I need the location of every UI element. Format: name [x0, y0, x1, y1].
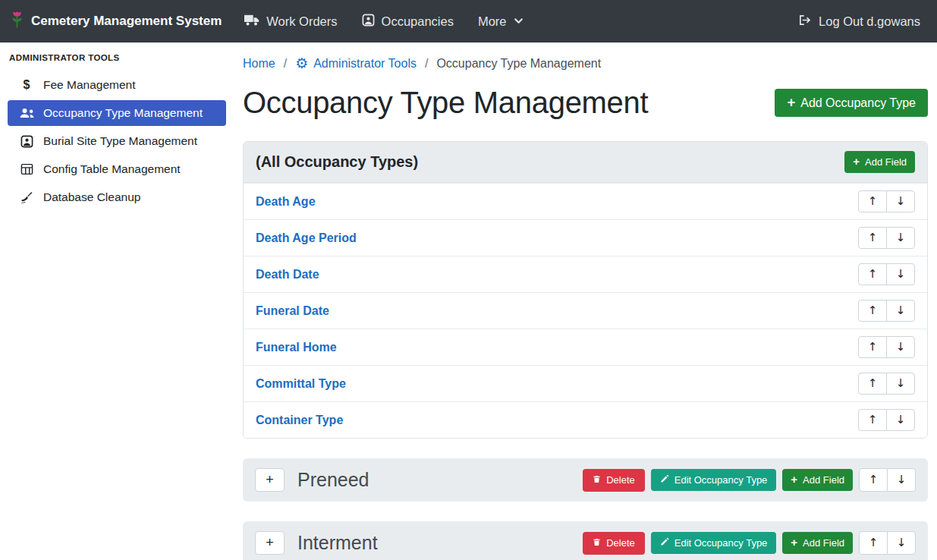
add-field-button[interactable]: + Add Field: [844, 151, 915, 173]
page-header: Occupancy Type Management + Add Occupanc…: [243, 86, 928, 120]
breadcrumb-label: Administrator Tools: [313, 57, 417, 71]
sidebar-item-config-table-management[interactable]: Config Table Management: [8, 156, 226, 182]
person-badge-icon: [362, 14, 375, 30]
pencil-icon: [660, 537, 669, 549]
field-link[interactable]: Death Age Period: [256, 231, 357, 245]
top-navbar: Cemetery Management System Work Orders: [0, 0, 937, 42]
app-root: Cemetery Management System Work Orders: [0, 0, 937, 560]
sidebar-item-fee-management[interactable]: $ Fee Management: [8, 72, 226, 98]
chevron-down-icon: [514, 14, 524, 29]
section-actions: Delete Edit Occupancy Type + A: [583, 531, 916, 555]
page-title: Occupancy Type Management: [243, 86, 648, 120]
person-badge-icon: [18, 135, 35, 148]
reorder-buttons: ↑ ↓: [858, 373, 915, 395]
breadcrumb-separator: /: [284, 57, 287, 71]
field-link[interactable]: Death Age: [256, 195, 316, 209]
card-header: (All Occupancy Types) + Add Field: [244, 142, 927, 183]
edit-occupancy-type-button[interactable]: Edit Occupancy Type: [651, 532, 777, 554]
breadcrumb-admin-tools-link[interactable]: ⚙ Administrator Tools: [295, 56, 417, 71]
all-occupancy-types-card: (All Occupancy Types) + Add Field Death …: [243, 141, 928, 439]
move-up-button[interactable]: ↑: [858, 300, 887, 322]
plus-icon: +: [787, 96, 795, 109]
reorder-buttons: ↑ ↓: [858, 227, 915, 249]
nav-more[interactable]: More: [478, 14, 524, 29]
reorder-buttons: ↑ ↓: [858, 190, 915, 212]
main-content: Home / ⚙ Administrator Tools / Occupancy…: [234, 42, 937, 560]
section-actions: Delete Edit Occupancy Type + A: [583, 468, 916, 492]
move-up-button[interactable]: ↑: [858, 190, 887, 212]
breadcrumb-current: Occupancy Type Management: [436, 57, 601, 71]
add-field-button[interactable]: + Add Field: [782, 469, 853, 491]
trash-icon: [593, 537, 601, 549]
move-up-button[interactable]: ↑: [858, 373, 887, 395]
field-row: Funeral Home ↑ ↓: [244, 329, 927, 365]
move-down-button[interactable]: ↓: [887, 531, 916, 555]
field-link[interactable]: Container Type: [256, 414, 343, 427]
occupancy-type-section-preneed: + Preneed Delete: [243, 458, 928, 502]
reorder-buttons: ↑ ↓: [858, 263, 915, 285]
sidebar: ADMINISTRATOR TOOLS $ Fee Management Occ…: [0, 42, 234, 560]
table-icon: [18, 163, 35, 175]
logout-label: Log Out d.gowans: [819, 14, 920, 29]
expand-section-button[interactable]: +: [255, 531, 285, 555]
move-down-button[interactable]: ↓: [886, 263, 915, 285]
tulip-logo-icon: [11, 11, 24, 32]
reorder-buttons: ↑ ↓: [858, 336, 915, 358]
reorder-buttons: ↑ ↓: [858, 409, 915, 431]
field-link[interactable]: Death Date: [256, 268, 319, 282]
field-row: Death Date ↑ ↓: [244, 256, 927, 292]
plus-icon: +: [853, 156, 860, 168]
reorder-buttons: ↑ ↓: [859, 468, 916, 492]
move-up-button[interactable]: ↑: [858, 227, 887, 249]
breadcrumb-separator: /: [425, 57, 428, 71]
delete-occupancy-type-button[interactable]: Delete: [583, 532, 645, 555]
section-title: Interment: [297, 532, 378, 554]
expand-section-button[interactable]: +: [255, 468, 285, 492]
button-label: Delete: [606, 537, 635, 549]
logout-link[interactable]: Log Out d.gowans: [797, 14, 920, 30]
sidebar-item-label: Config Table Management: [43, 162, 181, 176]
edit-occupancy-type-button[interactable]: Edit Occupancy Type: [651, 469, 777, 491]
button-label: Add Field: [803, 474, 844, 486]
field-link[interactable]: Funeral Home: [256, 341, 337, 354]
field-link[interactable]: Funeral Date: [256, 304, 329, 318]
sidebar-item-burial-site-type-management[interactable]: Burial Site Type Management: [8, 128, 226, 154]
sidebar-item-label: Burial Site Type Management: [43, 134, 197, 148]
move-down-button[interactable]: ↓: [886, 227, 915, 249]
move-down-button[interactable]: ↓: [886, 300, 915, 322]
dollar-icon: $: [18, 78, 35, 92]
move-down-button[interactable]: ↓: [886, 190, 915, 212]
sidebar-item-occupancy-type-management[interactable]: Occupancy Type Management: [8, 100, 226, 126]
move-up-button[interactable]: ↑: [859, 531, 888, 555]
card-title: (All Occupancy Types): [256, 153, 418, 171]
button-label: Edit Occupancy Type: [674, 474, 768, 486]
move-down-button[interactable]: ↓: [886, 373, 915, 395]
move-up-button[interactable]: ↑: [858, 336, 887, 358]
sidebar-item-label: Fee Management: [43, 78, 136, 92]
reorder-buttons: ↑ ↓: [858, 300, 915, 322]
sidebar-item-database-cleanup[interactable]: Database Cleanup: [8, 184, 226, 210]
sidebar-heading: ADMINISTRATOR TOOLS: [0, 44, 234, 70]
nav-work-orders[interactable]: Work Orders: [244, 14, 337, 30]
delete-occupancy-type-button[interactable]: Delete: [583, 469, 645, 492]
nav-occupancies[interactable]: Occupancies: [362, 14, 454, 30]
page-layout: ADMINISTRATOR TOOLS $ Fee Management Occ…: [0, 42, 937, 560]
nav-item-label: Occupancies: [382, 14, 454, 29]
button-label: Add Occupancy Type: [800, 96, 916, 110]
move-up-button[interactable]: ↑: [858, 263, 887, 285]
move-down-button[interactable]: ↓: [887, 468, 916, 492]
add-field-button[interactable]: + Add Field: [782, 532, 853, 554]
truck-icon: [244, 14, 259, 30]
move-up-button[interactable]: ↑: [858, 409, 887, 431]
add-occupancy-type-button[interactable]: + Add Occupancy Type: [775, 89, 928, 116]
move-up-button[interactable]: ↑: [859, 468, 888, 492]
nav-item-label: Work Orders: [266, 14, 337, 29]
move-down-button[interactable]: ↓: [886, 409, 915, 431]
button-label: Add Field: [865, 156, 907, 168]
button-label: Add Field: [803, 537, 844, 549]
broom-icon: [18, 191, 35, 204]
move-down-button[interactable]: ↓: [886, 336, 915, 358]
button-label: Edit Occupancy Type: [674, 537, 768, 549]
breadcrumb-home-link[interactable]: Home: [243, 57, 275, 71]
field-link[interactable]: Committal Type: [256, 377, 346, 391]
